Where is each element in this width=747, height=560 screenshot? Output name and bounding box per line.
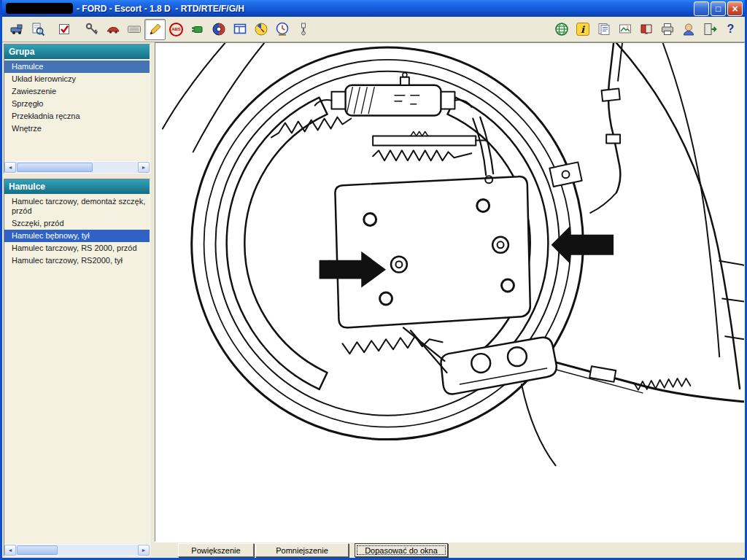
procedures-panel-header: Hamulce xyxy=(4,179,150,194)
close-icon: × xyxy=(732,4,738,14)
procedures-list: Hamulec tarczowy, demontaż szczęk, przód… xyxy=(4,194,150,544)
user-icon xyxy=(681,22,696,36)
clock-button[interactable] xyxy=(271,19,293,40)
info-glyph: i xyxy=(581,24,584,35)
image-catalog-icon xyxy=(618,22,632,36)
zoom-toolbar: Powiększenie Pomniejszenie Dopasować do … xyxy=(155,542,745,558)
app-window: - FORD - Escort - 1.8 D - RTD/RTE/F/G/H … xyxy=(0,0,747,560)
notes-icon xyxy=(597,22,611,36)
bodywork-icon xyxy=(106,22,120,36)
clock-icon xyxy=(275,22,290,36)
group-item-wnetrze[interactable]: Wnętrze xyxy=(4,122,150,135)
service-key-button[interactable] xyxy=(81,19,102,40)
notes-button[interactable] xyxy=(593,19,614,40)
group-item-hamulce[interactable]: Hamulce xyxy=(4,61,150,73)
minimize-button[interactable]: _ xyxy=(694,1,709,16)
sidebar: Grupa Hamulce Układ kierowniczy Zawiesze… xyxy=(2,42,152,558)
pencil-edit-icon xyxy=(148,22,163,36)
procedure-item-bebnowy-tyl[interactable]: Hamulec bębnowy, tył xyxy=(4,230,150,242)
window-title: - FORD - Escort - 1.8 D - RTD/RTE/F/G/H xyxy=(77,4,694,14)
wheel-icon xyxy=(212,22,226,36)
abs-button[interactable]: ABS xyxy=(166,19,187,40)
user-button[interactable] xyxy=(678,19,699,40)
lamp-button[interactable] xyxy=(293,19,314,40)
lamp-icon xyxy=(296,22,311,36)
main-content: Powiększenie Pomniejszenie Dopasować do … xyxy=(155,42,745,558)
search-document-button[interactable] xyxy=(27,19,48,40)
maximize-glyph: □ xyxy=(716,4,721,13)
zoom-out-button[interactable]: Pomniejszenie xyxy=(255,543,349,557)
group-list: Hamulce Układ kierowniczy Zawieszenie Sp… xyxy=(4,59,150,161)
keyboard-button[interactable] xyxy=(123,19,144,40)
procedure-item-tarczowy-demontaz[interactable]: Hamulec tarczowy, demontaż szczęk, przód xyxy=(4,195,150,217)
titlebar[interactable]: - FORD - Escort - 1.8 D - RTD/RTE/F/G/H … xyxy=(2,0,745,17)
gauge-icon xyxy=(254,22,268,36)
group-item-uklad-kierowniczy[interactable]: Układ kierowniczy xyxy=(4,73,150,85)
brake-diagram xyxy=(155,43,744,541)
bodywork-button[interactable] xyxy=(102,19,123,40)
connector-button[interactable] xyxy=(187,19,208,40)
manual-book-button[interactable] xyxy=(635,19,657,40)
service-key-icon xyxy=(85,22,99,36)
printer-icon xyxy=(660,22,675,36)
manual-book-icon xyxy=(639,22,654,36)
procedure-item-rs2000-przod[interactable]: Hamulec tarczowy, RS 2000, przód xyxy=(4,242,150,254)
fit-to-window-button[interactable]: Dopasować do okna xyxy=(355,543,448,557)
illustration-canvas[interactable] xyxy=(155,42,745,542)
main-toolbar: ABS i xyxy=(2,17,745,42)
group-panel-hscrollbar[interactable]: ◄ ► xyxy=(4,161,150,173)
scroll-left-button[interactable]: ◄ xyxy=(4,545,16,556)
procedure-item-rs2000-tyl[interactable]: Hamulec tarczowy, RS2000, tył xyxy=(4,254,150,267)
abs-icon: ABS xyxy=(169,23,183,36)
gauge-button[interactable] xyxy=(250,19,271,40)
group-item-zawieszenie[interactable]: Zawieszenie xyxy=(4,85,150,98)
scroll-thumb[interactable] xyxy=(17,163,93,172)
group-panel: Grupa Hamulce Układ kierowniczy Zawiesze… xyxy=(4,44,150,174)
info-icon: i xyxy=(576,23,589,36)
close-button[interactable]: × xyxy=(727,1,743,16)
scroll-track[interactable] xyxy=(16,545,138,556)
search-document-icon xyxy=(31,22,45,36)
globe-icon xyxy=(554,22,569,36)
connector-icon xyxy=(190,22,205,36)
group-panel-header: Grupa xyxy=(4,44,150,59)
scroll-right-button[interactable]: ► xyxy=(138,545,150,556)
vehicle-select-icon xyxy=(9,22,24,36)
minimize-glyph: _ xyxy=(699,7,704,16)
window-controls: _ □ × xyxy=(694,1,743,16)
globe-button[interactable] xyxy=(551,19,572,40)
info-button[interactable]: i xyxy=(572,19,593,40)
scroll-right-button[interactable]: ► xyxy=(138,162,150,173)
pencil-edit-button[interactable] xyxy=(144,19,166,40)
abs-label: ABS xyxy=(171,27,181,31)
procedures-panel: Hamulce Hamulec tarczowy, demontaż szczę… xyxy=(4,179,150,556)
exit-button[interactable] xyxy=(699,19,720,40)
window-layout-icon xyxy=(233,22,247,36)
image-catalog-button[interactable] xyxy=(614,19,635,40)
maximize-button[interactable]: □ xyxy=(711,1,726,16)
exit-icon xyxy=(703,22,717,36)
group-item-sprzeglo[interactable]: Sprzęgło xyxy=(4,98,150,110)
scroll-thumb[interactable] xyxy=(17,545,58,555)
printer-button[interactable] xyxy=(657,19,678,40)
zoom-in-button[interactable]: Powiększenie xyxy=(178,543,254,557)
keyboard-icon xyxy=(127,22,142,36)
scroll-track[interactable] xyxy=(16,162,138,173)
inspection-checklist-button[interactable] xyxy=(54,19,75,40)
help-button[interactable]: ? xyxy=(720,19,741,40)
window-layout-button[interactable] xyxy=(229,19,250,40)
help-icon: ? xyxy=(727,23,735,36)
app-body: Grupa Hamulce Układ kierowniczy Zawiesze… xyxy=(2,42,745,558)
wheel-button[interactable] xyxy=(208,19,229,40)
procedures-panel-hscrollbar[interactable]: ◄ ► xyxy=(4,544,150,556)
scroll-left-button[interactable]: ◄ xyxy=(4,162,16,173)
redacted-title-area xyxy=(6,3,73,14)
inspection-checklist-icon xyxy=(58,22,72,36)
procedure-item-szczeki-przod[interactable]: Szczęki, przód xyxy=(4,217,150,230)
group-item-przekladnia-reczna[interactable]: Przekładnia ręczna xyxy=(4,110,150,122)
vehicle-select-button[interactable] xyxy=(6,19,27,40)
